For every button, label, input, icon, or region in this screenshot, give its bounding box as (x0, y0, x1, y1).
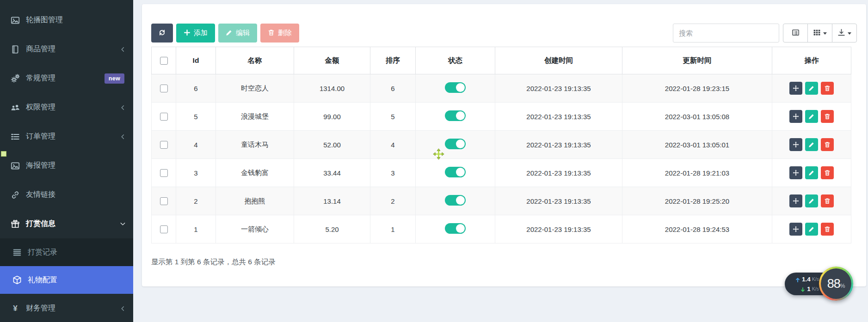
sidebar-item[interactable]: 商品管理 (0, 35, 133, 64)
chevron-left-icon (119, 133, 126, 140)
move-row-button[interactable] (789, 110, 802, 123)
sidebar-item-label: 打赏信息 (26, 219, 55, 229)
cell-sort: 6 (370, 74, 416, 103)
cell-actions (772, 159, 851, 187)
export-button[interactable] (832, 24, 857, 43)
delete-button[interactable]: 删除 (260, 24, 299, 43)
delete-row-button[interactable] (821, 223, 834, 236)
delete-row-button[interactable] (821, 166, 834, 179)
sidebar-item[interactable]: 订单管理 (0, 122, 133, 151)
trash-icon (268, 29, 275, 37)
cell-updated: 2022-01-28 19:21:03 (622, 159, 772, 187)
column-header: 名称 (216, 47, 294, 74)
cell-select (152, 187, 176, 215)
row-checkbox[interactable] (160, 113, 168, 121)
delete-row-button[interactable] (821, 82, 834, 95)
cell-actions (772, 74, 851, 103)
delete-row-button[interactable] (821, 110, 834, 123)
table-header-row: Id名称金额排序状态创建时间更新时间操作 (152, 47, 851, 74)
edit-row-button[interactable] (805, 194, 818, 207)
cell-amount: 99.00 (294, 103, 370, 131)
add-button-label: 添加 (194, 29, 208, 37)
column-header: 排序 (370, 47, 416, 74)
row-checkbox[interactable] (160, 225, 168, 233)
status-toggle[interactable] (445, 139, 466, 149)
row-checkbox[interactable] (160, 85, 168, 92)
search-input[interactable] (673, 24, 779, 43)
move-row-button[interactable] (789, 82, 802, 95)
edit-row-button[interactable] (805, 138, 818, 151)
move-row-button[interactable] (789, 138, 802, 151)
edit-row-button[interactable] (805, 166, 818, 179)
table-row: 5浪漫城堡99.0052022-01-23 19:13:352022-03-01… (152, 103, 851, 131)
toggle-knob (456, 224, 465, 233)
column-header: 金额 (294, 47, 370, 74)
cell-id: 1 (176, 215, 216, 243)
edit-row-button[interactable] (805, 82, 818, 95)
toggle-knob (456, 140, 465, 148)
gift-icon (10, 219, 20, 229)
select-all-checkbox[interactable] (160, 57, 168, 65)
move-row-button[interactable] (789, 194, 802, 207)
cell-select (152, 103, 176, 131)
add-button[interactable]: 添加 (176, 24, 215, 43)
sidebar-item[interactable]: 礼物配置 (0, 266, 133, 294)
sidebar-item[interactable]: 权限管理 (0, 93, 133, 122)
new-badge: new (105, 73, 124, 84)
score-ring-inner: 88 % (821, 268, 851, 299)
status-toggle[interactable] (445, 223, 466, 234)
link-icon (10, 190, 20, 200)
table-view-button-group (783, 24, 857, 43)
edit-button-label: 编辑 (236, 29, 250, 37)
move-row-button[interactable] (789, 166, 802, 179)
sidebar-item[interactable]: 轮播图管理 (0, 6, 133, 35)
arrow-up-icon (795, 276, 800, 282)
sidebar-item[interactable]: 海报管理 (0, 151, 133, 180)
move-row-button[interactable] (789, 223, 802, 236)
sidebar-item[interactable]: ¥财务管理 (0, 294, 133, 322)
arrow-down-icon (800, 286, 806, 292)
pagination-summary: 显示第 1 到第 6 条记录，总共 6 条记录 (151, 257, 857, 267)
status-toggle[interactable] (445, 110, 466, 121)
detail-view-button[interactable] (783, 24, 808, 43)
sidebar-item[interactable]: 友情链接 (0, 180, 133, 209)
edit-button[interactable]: 编辑 (218, 24, 257, 43)
columns-button[interactable] (807, 24, 832, 43)
caret-down-icon (823, 32, 827, 36)
sidebar-item[interactable]: 打赏信息 (0, 209, 133, 238)
cell-id: 6 (176, 74, 216, 103)
delete-row-button[interactable] (821, 194, 834, 207)
screen-marker-square (1, 151, 6, 157)
cell-id: 2 (176, 187, 216, 215)
cell-actions (772, 187, 851, 215)
refresh-icon (159, 29, 166, 37)
gift-table: Id名称金额排序状态创建时间更新时间操作 6时空恋人1314.0062022-0… (151, 47, 851, 243)
table-toolbar: 添加 编辑 删除 (151, 24, 857, 43)
edit-row-button[interactable] (805, 110, 818, 123)
status-toggle[interactable] (445, 195, 466, 206)
status-toggle[interactable] (445, 82, 466, 93)
status-toggle[interactable] (445, 167, 466, 177)
refresh-button[interactable] (151, 24, 173, 43)
edit-row-button[interactable] (805, 223, 818, 236)
cell-actions (772, 103, 851, 131)
cell-status (416, 159, 495, 187)
cell-select (152, 74, 176, 103)
select-all-header (152, 47, 176, 74)
sidebar-item[interactable]: 打赏记录 (0, 238, 133, 266)
delete-row-button[interactable] (821, 138, 834, 151)
table-row: 1一箭倾心5.2012022-01-23 19:13:352022-01-28 … (152, 215, 851, 243)
row-checkbox[interactable] (160, 197, 168, 205)
sidebar-item[interactable]: 常规管理new (0, 64, 133, 93)
column-header: 创建时间 (495, 47, 622, 74)
score-ring-button[interactable]: 88 % (819, 267, 853, 301)
cell-status (416, 131, 495, 159)
row-checkbox[interactable] (160, 169, 168, 177)
sidebar-item-label: 订单管理 (26, 132, 55, 141)
delete-button-label: 删除 (278, 29, 292, 37)
sidebar-item-label: 打赏记录 (28, 248, 57, 257)
upload-speed-unit: K/s (812, 276, 819, 282)
row-checkbox[interactable] (160, 141, 168, 149)
sidebar-item-label: 权限管理 (26, 103, 55, 112)
toolbar-left: 添加 编辑 删除 (151, 24, 299, 43)
